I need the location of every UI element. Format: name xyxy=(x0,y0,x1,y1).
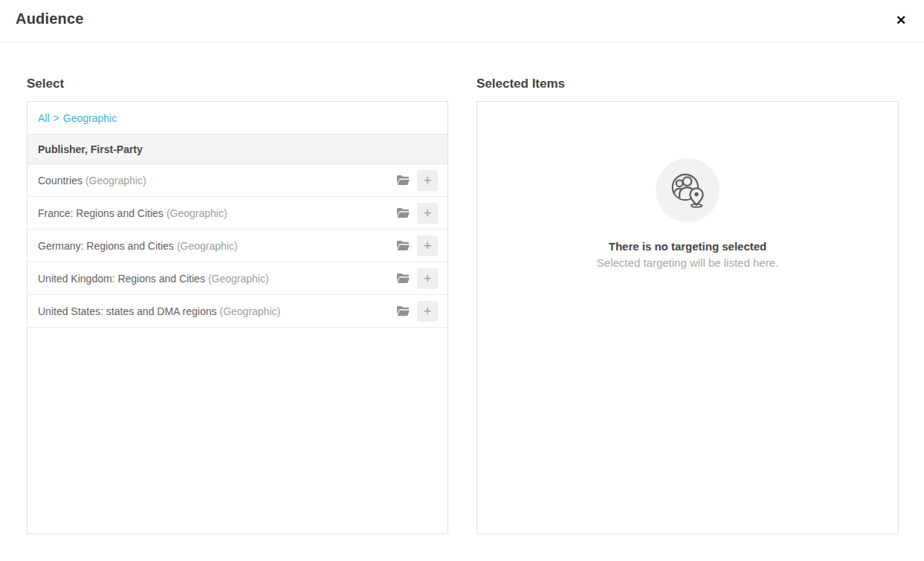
breadcrumb: All > Geographic xyxy=(28,102,448,134)
folder-open-icon xyxy=(396,174,410,187)
breadcrumb-separator: > xyxy=(54,112,59,124)
empty-state-title: There is no targeting selected xyxy=(477,239,898,255)
add-button[interactable]: + xyxy=(417,170,438,191)
plus-icon: + xyxy=(423,271,431,285)
add-button[interactable]: + xyxy=(417,268,438,289)
add-button[interactable]: + xyxy=(417,301,438,322)
item-name: Countries xyxy=(38,175,83,187)
audience-location-icon xyxy=(668,169,708,212)
item-name: United States: states and DMA regions xyxy=(38,305,216,317)
item-name: United Kingdom: Regions and Cities xyxy=(38,273,205,285)
empty-state-subtitle: Selected targeting will be listed here. xyxy=(477,255,898,271)
selected-section-heading: Selected Items xyxy=(476,77,565,91)
folder-button[interactable] xyxy=(395,173,411,188)
plus-icon: + xyxy=(423,173,431,187)
empty-state: There is no targeting selected Selected … xyxy=(477,158,898,271)
folder-open-icon xyxy=(396,207,410,219)
select-panel: All > Geographic Publisher, First-Party … xyxy=(27,101,448,534)
item-category: (Geographic) xyxy=(208,273,269,285)
select-section-heading: Select xyxy=(27,77,64,91)
selected-items-panel: There is no targeting selected Selected … xyxy=(476,101,899,534)
folder-open-icon xyxy=(396,305,410,317)
folder-button[interactable] xyxy=(395,271,411,286)
item-category: (Geographic) xyxy=(219,305,280,317)
plus-icon: + xyxy=(423,304,431,318)
plus-icon: + xyxy=(423,206,431,220)
group-header-row: Publisher, First-Party xyxy=(28,134,448,164)
add-button[interactable]: + xyxy=(417,203,438,224)
item-category: (Geographic) xyxy=(85,175,146,187)
folder-button[interactable] xyxy=(395,206,411,221)
plus-icon: + xyxy=(423,239,431,253)
list-item-united-kingdom[interactable]: United Kingdom: Regions and Cities(Geogr… xyxy=(28,262,448,295)
folder-button[interactable] xyxy=(395,239,411,253)
close-icon: ✕ xyxy=(896,14,906,27)
list-item-united-states[interactable]: United States: states and DMA regions(Ge… xyxy=(28,295,448,328)
breadcrumb-item-geographic[interactable]: Geographic xyxy=(63,112,117,124)
add-button[interactable]: + xyxy=(417,236,438,256)
folder-button[interactable] xyxy=(395,304,411,319)
list-item-germany[interactable]: Germany: Regions and Cities(Geographic) … xyxy=(28,230,448,262)
list-item-france[interactable]: France: Regions and Cities(Geographic) + xyxy=(28,197,448,230)
breadcrumb-item-all[interactable]: All xyxy=(38,112,50,124)
group-header-label: Publisher, First-Party xyxy=(38,143,143,155)
dialog-title: Audience xyxy=(16,10,84,27)
item-name: France: Regions and Cities xyxy=(38,207,164,219)
close-button[interactable]: ✕ xyxy=(891,10,911,30)
item-category: (Geographic) xyxy=(177,240,238,252)
dialog-header: Audience ✕ xyxy=(0,0,924,42)
item-name: Germany: Regions and Cities xyxy=(38,240,174,252)
folder-open-icon xyxy=(396,272,410,285)
folder-open-icon xyxy=(396,239,410,252)
item-category: (Geographic) xyxy=(167,207,227,219)
list-item-countries[interactable]: Countries(Geographic) + xyxy=(28,164,448,197)
empty-state-icon-circle xyxy=(656,158,720,222)
